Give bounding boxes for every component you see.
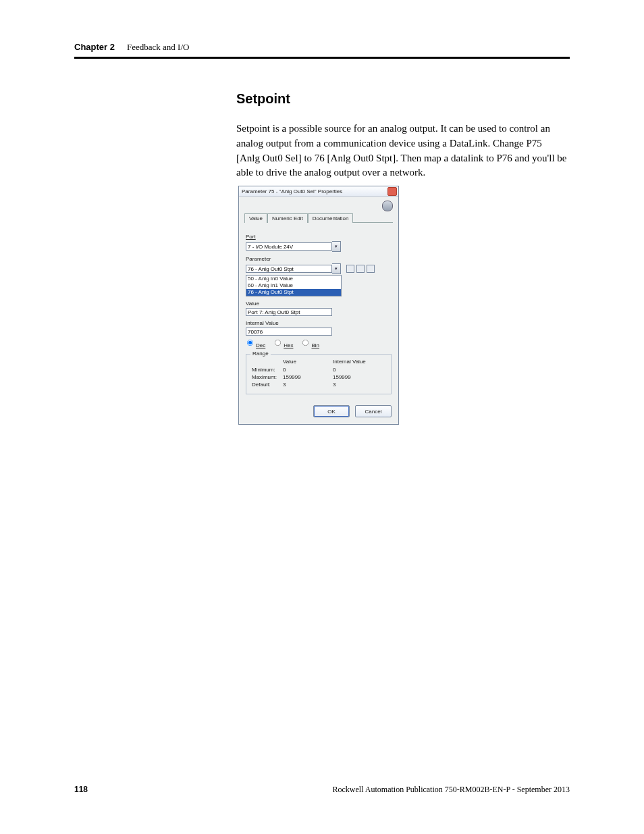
internal-value-field — [246, 328, 332, 336]
page-number: 118 — [74, 785, 88, 795]
list-item[interactable]: 50 - Anlg In0 Value — [246, 276, 341, 282]
header-rule — [74, 57, 570, 59]
tab-numeric-edit[interactable]: Numeric Edit — [267, 213, 308, 223]
range-def-internal: 3 — [333, 381, 336, 388]
list-item[interactable]: 60 - Anlg In1 Value — [246, 282, 341, 289]
parameter-label: Parameter — [246, 256, 392, 262]
range-min-value: 0 — [283, 366, 333, 373]
range-def-label: Default: — [252, 381, 283, 388]
page-header: Chapter 2 Feedback and I/O — [74, 42, 570, 59]
wizard-icon[interactable] — [382, 201, 393, 211]
header-chapter: Chapter 2 — [74, 42, 115, 52]
waveform-icon[interactable] — [356, 265, 365, 273]
close-icon[interactable] — [387, 187, 397, 196]
chevron-down-icon[interactable]: ▾ — [332, 263, 341, 274]
chevron-down-icon[interactable]: ▾ — [332, 241, 341, 252]
radio-dec[interactable]: Dec — [246, 338, 265, 348]
range-def-value: 3 — [283, 381, 333, 388]
tree-icon[interactable] — [367, 265, 375, 273]
range-max-internal: 159999 — [333, 373, 351, 381]
header-section: Feedback and I/O — [127, 42, 189, 53]
range-header-internal: Internal Value — [333, 359, 366, 365]
cancel-button[interactable]: Cancel — [355, 405, 392, 417]
list-item-selected[interactable]: 76 - Anlg Out0 Stpt — [246, 289, 341, 296]
parameter-listbox[interactable]: 50 - Anlg In0 Value 60 - Anlg In1 Value … — [246, 275, 342, 296]
ok-button[interactable]: OK — [313, 405, 350, 417]
internal-value-label: Internal Value — [246, 320, 392, 326]
section-paragraph: Setpoint is a possible source for an ana… — [236, 122, 567, 180]
content-column: Setpoint Setpoint is a possible source f… — [236, 91, 567, 192]
range-max-value: 159999 — [283, 373, 333, 381]
range-fieldset: Range Value Internal Value Minimum: 0 0 … — [246, 354, 392, 394]
port-combo[interactable] — [246, 242, 332, 251]
range-header-value: Value — [283, 359, 333, 365]
value-field — [246, 308, 332, 316]
port-label: Port — [246, 234, 392, 240]
range-max-label: Maximum: — [252, 373, 283, 381]
section-heading: Setpoint — [236, 91, 567, 107]
page-footer: 118 Rockwell Automation Publication 750-… — [74, 785, 570, 795]
range-min-internal: 0 — [333, 366, 336, 373]
dialog-titlebar[interactable]: Parameter 75 - "Anlg Out0 Sel" Propertie… — [239, 186, 398, 197]
tab-value[interactable]: Value — [244, 213, 267, 223]
parameter-combo[interactable] — [246, 265, 332, 273]
wizard-select-icon[interactable] — [346, 265, 354, 273]
publication-line: Rockwell Automation Publication 750-RM00… — [332, 785, 570, 795]
range-min-label: Minimum: — [252, 366, 283, 373]
radio-bin[interactable]: Bin — [301, 338, 319, 348]
value-label: Value — [246, 301, 392, 307]
dialog-title-text: Parameter 75 - "Anlg Out0 Sel" Propertie… — [242, 188, 342, 194]
radio-hex[interactable]: Hex — [273, 338, 293, 348]
range-legend: Range — [250, 350, 271, 357]
dialog-tabs: Value Numeric Edit Documentation — [244, 213, 393, 223]
properties-dialog: Parameter 75 - "Anlg Out0 Sel" Propertie… — [238, 186, 399, 425]
tab-documentation[interactable]: Documentation — [308, 213, 354, 223]
